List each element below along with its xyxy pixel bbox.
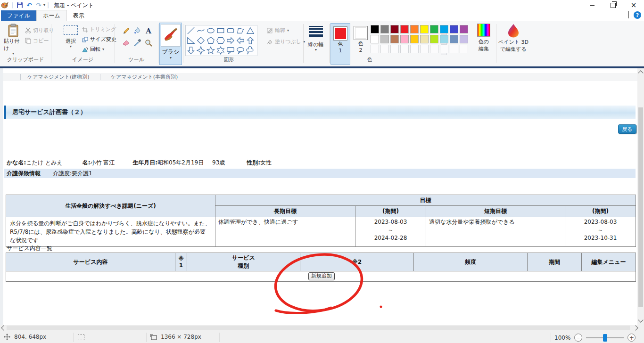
palette-empty-slot[interactable] [440, 45, 448, 53]
palette-swatch[interactable] [460, 25, 468, 33]
text-tool[interactable]: A [146, 27, 151, 35]
back-button[interactable]: 戻る [618, 124, 636, 134]
palette-swatch[interactable] [380, 25, 389, 33]
palette-swatch[interactable] [400, 25, 409, 33]
palette-swatch[interactable] [450, 35, 458, 43]
collapse-ribbon-icon[interactable] [628, 12, 629, 18]
paste-button[interactable]: 貼り付け ▾ [4, 24, 23, 56]
nav-tab-building[interactable]: ケアマネジメント(建物別) [27, 74, 90, 81]
outline-button[interactable]: 輪郭 ▾ [267, 27, 289, 34]
shape-callout-oval[interactable] [236, 46, 245, 55]
vertical-scroll-thumb[interactable] [638, 107, 643, 307]
shape-fill-button[interactable]: 塗りつぶし ▾ [267, 38, 305, 45]
palette-empty-slot[interactable] [410, 45, 419, 53]
close-button[interactable]: × [623, 0, 644, 10]
zoom-out-button[interactable]: – [574, 334, 582, 342]
resize-button[interactable]: サイズ変更 [82, 36, 116, 43]
add-new-button[interactable]: 新規追加 [308, 272, 335, 280]
palette-swatch[interactable] [390, 25, 399, 33]
zoom-in-button[interactable]: + [627, 334, 636, 342]
shape-ellipse[interactable] [206, 26, 215, 35]
palette-swatch[interactable] [371, 35, 379, 43]
edit-colors-button[interactable]: 色の 編集 [473, 24, 494, 52]
fill-tool[interactable] [133, 26, 141, 36]
shape-line[interactable] [187, 26, 195, 35]
scroll-down-icon[interactable] [638, 317, 643, 322]
palette-swatch[interactable] [371, 25, 379, 33]
shape-curve[interactable] [197, 26, 205, 35]
shape-diamond[interactable] [197, 36, 205, 45]
palette-empty-slot[interactable] [420, 45, 429, 53]
qat-dropdown-icon[interactable]: ▾ [43, 3, 45, 7]
shape-polygon[interactable] [236, 26, 245, 35]
paint-canvas[interactable]: ケアマネジメント(建物別) ケアマネジメント(事業所別) 居宅サービス計画書（２… [0, 68, 637, 325]
shape-star-6[interactable] [216, 46, 225, 55]
palette-swatch[interactable] [430, 35, 438, 43]
crop-button[interactable]: トリミング [82, 26, 116, 33]
shape-triangle[interactable] [246, 26, 255, 35]
cut-button[interactable]: 切り取り [25, 27, 54, 34]
shape-arrow-down[interactable] [187, 46, 195, 55]
zoom-slider-thumb[interactable] [603, 334, 607, 342]
palette-empty-slot[interactable] [450, 45, 458, 53]
scroll-up-icon[interactable] [638, 70, 643, 75]
palette-empty-slot[interactable] [390, 45, 399, 53]
palette-swatch[interactable] [410, 25, 419, 33]
shape-star-4[interactable] [197, 46, 205, 55]
eraser-tool[interactable] [122, 39, 130, 48]
save-button[interactable] [15, 0, 25, 10]
age-value: 93歳 [212, 159, 225, 166]
shape-callout-cloud[interactable] [246, 46, 255, 55]
shape-pentagon[interactable] [206, 36, 215, 45]
scroll-right-icon[interactable] [633, 325, 638, 330]
copy-button[interactable]: コピー [25, 37, 49, 44]
rotate-button[interactable]: 回転 ▾ [82, 46, 104, 53]
zoom-slider[interactable] [586, 334, 624, 342]
palette-swatch[interactable] [420, 35, 429, 43]
palette-swatch[interactable] [390, 35, 399, 43]
palette-swatch[interactable] [430, 25, 438, 33]
paint3d-button[interactable]: ペイント 3D で編集する [498, 24, 529, 53]
tab-view[interactable]: 表示 [67, 10, 91, 21]
minimize-button[interactable] [582, 0, 603, 10]
palette-swatch[interactable] [410, 35, 419, 43]
horizontal-scroll-thumb[interactable] [7, 326, 630, 330]
shape-callout-rounded[interactable] [226, 46, 235, 55]
palette-swatch[interactable] [460, 35, 468, 43]
shape-rounded-rectangle[interactable] [226, 26, 235, 35]
palette-swatch[interactable] [400, 35, 409, 43]
vertical-scrollbar[interactable] [637, 68, 644, 325]
shape-arrow-left[interactable] [236, 36, 245, 45]
shape-arrow-right[interactable] [226, 36, 235, 45]
palette-empty-slot[interactable] [430, 45, 438, 53]
palette-swatch[interactable] [440, 35, 448, 43]
tab-file[interactable]: ファイル [1, 10, 36, 21]
colors-group: 色 1 色 2 色の 編集 色 [329, 21, 495, 65]
shape-hexagon[interactable] [216, 36, 225, 45]
shape-arrow-up[interactable] [246, 36, 255, 45]
palette-swatch[interactable] [450, 25, 458, 33]
palette-empty-slot[interactable] [380, 45, 389, 53]
undo-button[interactable]: ↶ [25, 0, 34, 10]
nav-tab-office[interactable]: ケアマネジメント(事業所別) [111, 74, 178, 81]
tab-home[interactable]: ホーム [36, 10, 67, 21]
magnifier-tool[interactable] [145, 39, 152, 48]
pencil-tool[interactable] [122, 26, 130, 36]
color-picker-tool[interactable] [133, 39, 141, 48]
palette-swatch[interactable] [440, 25, 448, 33]
palette-empty-slot[interactable] [460, 45, 468, 53]
palette-empty-slot[interactable] [371, 45, 379, 53]
scroll-left-icon[interactable] [1, 325, 6, 330]
restore-button[interactable] [603, 0, 623, 10]
horizontal-scrollbar[interactable] [0, 325, 644, 331]
palette-swatch[interactable] [420, 25, 429, 33]
palette-swatch[interactable] [380, 35, 389, 43]
palette-empty-slot[interactable] [400, 45, 409, 53]
shape-star-5[interactable] [206, 46, 215, 55]
line-width-button[interactable]: 線の幅 ▾ [306, 21, 325, 52]
shape-right-triangle[interactable] [187, 36, 195, 45]
help-icon[interactable]: ? [634, 11, 641, 19]
select-button[interactable]: 選択 ▾ [61, 24, 80, 49]
shape-rectangle[interactable] [216, 26, 225, 35]
redo-button[interactable]: ↷ [34, 0, 43, 10]
